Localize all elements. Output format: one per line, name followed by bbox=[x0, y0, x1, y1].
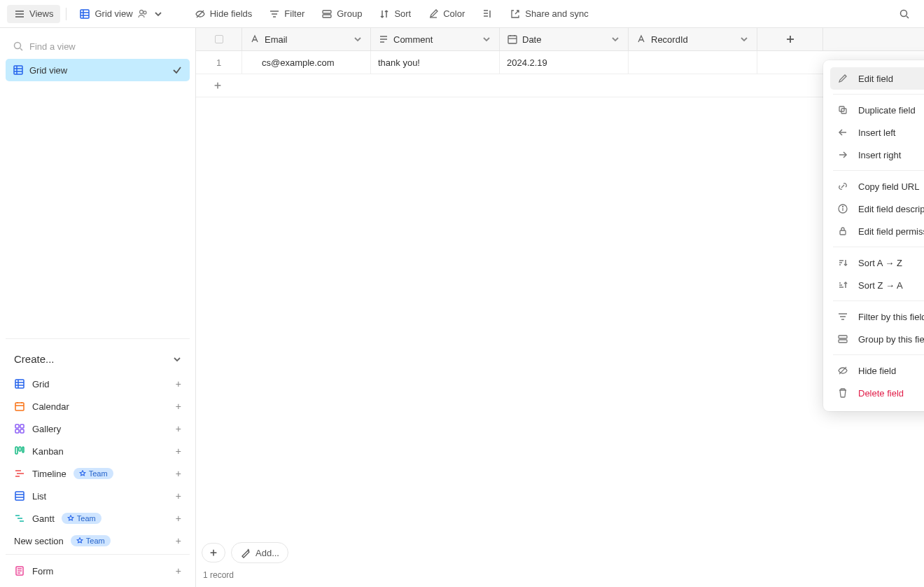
svg-rect-23 bbox=[14, 66, 22, 74]
search-icon bbox=[899, 8, 910, 20]
menu-label: Hide field bbox=[858, 366, 896, 376]
create-grid[interactable]: Grid + bbox=[6, 373, 190, 394]
create-gallery[interactable]: Gallery + bbox=[6, 418, 190, 439]
menu-icon bbox=[14, 8, 25, 20]
pencil-icon bbox=[837, 73, 848, 84]
plus-icon: + bbox=[176, 513, 181, 524]
add-row-button[interactable] bbox=[196, 74, 924, 97]
menu-filter-by[interactable]: Filter by this field bbox=[830, 305, 924, 328]
trash-icon bbox=[837, 387, 848, 399]
divider bbox=[833, 170, 924, 171]
menu-edit-permissions[interactable]: Edit field permissions Team bbox=[830, 220, 924, 242]
menu-hide-field[interactable]: Hide field bbox=[830, 359, 924, 382]
svg-rect-38 bbox=[20, 429, 24, 433]
add-menu-button[interactable]: Add... bbox=[231, 542, 288, 563]
create-gantt[interactable]: Gantt Team + bbox=[6, 508, 190, 529]
column-date[interactable]: Date bbox=[500, 28, 629, 50]
create-timeline[interactable]: Timeline Team + bbox=[6, 463, 190, 484]
create-item-label: Gallery bbox=[32, 424, 61, 434]
create-toggle[interactable]: Create... bbox=[6, 347, 190, 373]
create-list[interactable]: List + bbox=[6, 485, 190, 506]
wand-icon bbox=[240, 547, 251, 558]
svg-rect-58 bbox=[508, 36, 517, 43]
menu-insert-left[interactable]: Insert left bbox=[830, 121, 924, 144]
menu-sort-az[interactable]: Sort A → Z bbox=[830, 251, 924, 274]
hide-fields-button[interactable]: Hide fields bbox=[188, 5, 260, 23]
row-height-button[interactable] bbox=[475, 5, 500, 23]
share-button[interactable]: Share and sync bbox=[503, 5, 595, 23]
chevron-down-icon[interactable] bbox=[352, 34, 363, 45]
views-label: Views bbox=[29, 8, 53, 19]
record-count: 1 record bbox=[196, 567, 924, 587]
search-icon bbox=[13, 41, 24, 52]
svg-point-21 bbox=[15, 43, 21, 49]
create-new-section[interactable]: New section Team + bbox=[6, 530, 190, 551]
cell-comment[interactable]: thank you! bbox=[371, 51, 500, 74]
menu-insert-right[interactable]: Insert right bbox=[830, 144, 924, 166]
menu-edit-field[interactable]: Edit field bbox=[830, 67, 924, 90]
column-comment[interactable]: Comment bbox=[371, 28, 500, 50]
menu-sort-za[interactable]: Sort Z → A bbox=[830, 274, 924, 296]
group-icon bbox=[321, 8, 332, 20]
group-button[interactable]: Group bbox=[314, 5, 369, 23]
divider bbox=[833, 301, 924, 301]
add-record-button[interactable] bbox=[202, 543, 225, 562]
add-column-button[interactable] bbox=[757, 28, 823, 50]
select-all-checkbox[interactable] bbox=[215, 35, 223, 43]
create-calendar[interactable]: Calendar + bbox=[6, 396, 190, 417]
summary-row: Add... bbox=[196, 538, 924, 567]
menu-delete-field[interactable]: Delete field bbox=[830, 382, 924, 404]
sidebar: Grid view Create... Grid + bbox=[0, 28, 196, 587]
find-view-input[interactable] bbox=[29, 41, 183, 52]
menu-copy-url[interactable]: Copy field URL bbox=[830, 175, 924, 198]
svg-line-20 bbox=[906, 16, 909, 18]
create-section: Create... Grid + Calendar + G bbox=[6, 338, 190, 581]
menu-label: Insert right bbox=[858, 150, 901, 160]
plus-icon: + bbox=[176, 378, 181, 389]
menu-duplicate[interactable]: Duplicate field bbox=[830, 99, 924, 121]
sort-button[interactable]: Sort bbox=[372, 5, 418, 23]
cell-recordid[interactable] bbox=[629, 51, 757, 74]
sidebar-view-grid[interactable]: Grid view bbox=[6, 59, 190, 81]
row-number[interactable]: 1 bbox=[196, 51, 242, 74]
menu-label: Duplicate field bbox=[858, 105, 916, 116]
row-header[interactable] bbox=[196, 28, 242, 50]
lock-icon bbox=[837, 226, 848, 237]
chevron-down-icon[interactable] bbox=[738, 34, 750, 45]
column-recordid[interactable]: RecordId bbox=[629, 28, 757, 50]
field-context-menu: Edit field Duplicate field Insert left I… bbox=[823, 60, 924, 411]
form-icon bbox=[14, 565, 25, 576]
hide-fields-label: Hide fields bbox=[210, 8, 253, 19]
search-button[interactable] bbox=[892, 5, 917, 23]
filter-button[interactable]: Filter bbox=[262, 5, 312, 23]
cell-date[interactable]: 2024.2.19 bbox=[500, 51, 629, 74]
cell-email[interactable]: cs@example.com bbox=[242, 51, 371, 74]
color-button[interactable]: Color bbox=[421, 5, 472, 23]
view-selector[interactable]: Grid view bbox=[72, 5, 170, 23]
create-form[interactable]: Form + bbox=[6, 560, 190, 581]
divider bbox=[833, 247, 924, 247]
plus-icon: + bbox=[176, 446, 181, 457]
table-row[interactable]: 1 cs@example.com thank you! 2024.2.19 bbox=[196, 51, 924, 74]
create-item-label: Form bbox=[32, 566, 53, 576]
column-email[interactable]: Email bbox=[242, 28, 371, 50]
column-label: Date bbox=[522, 34, 541, 45]
svg-rect-36 bbox=[20, 424, 24, 428]
menu-group-by[interactable]: Group by this field bbox=[830, 328, 924, 350]
filter-icon bbox=[837, 311, 848, 322]
team-badge: Team bbox=[62, 513, 102, 524]
views-button[interactable]: Views bbox=[7, 5, 60, 23]
find-view-search[interactable] bbox=[6, 34, 190, 59]
create-item-label: New section bbox=[14, 536, 64, 546]
team-badge: Team bbox=[71, 535, 111, 546]
chevron-down-icon[interactable] bbox=[481, 34, 492, 45]
menu-edit-description[interactable]: Edit field description bbox=[830, 198, 924, 220]
create-item-label: Grid bbox=[32, 379, 50, 389]
svg-point-74 bbox=[843, 207, 844, 207]
content: Email Comment Date RecordId bbox=[196, 28, 924, 587]
create-kanban[interactable]: Kanban + bbox=[6, 441, 190, 462]
link-icon bbox=[837, 181, 848, 192]
svg-rect-40 bbox=[19, 447, 21, 451]
plus-icon: + bbox=[176, 401, 181, 412]
chevron-down-icon[interactable] bbox=[610, 34, 621, 45]
